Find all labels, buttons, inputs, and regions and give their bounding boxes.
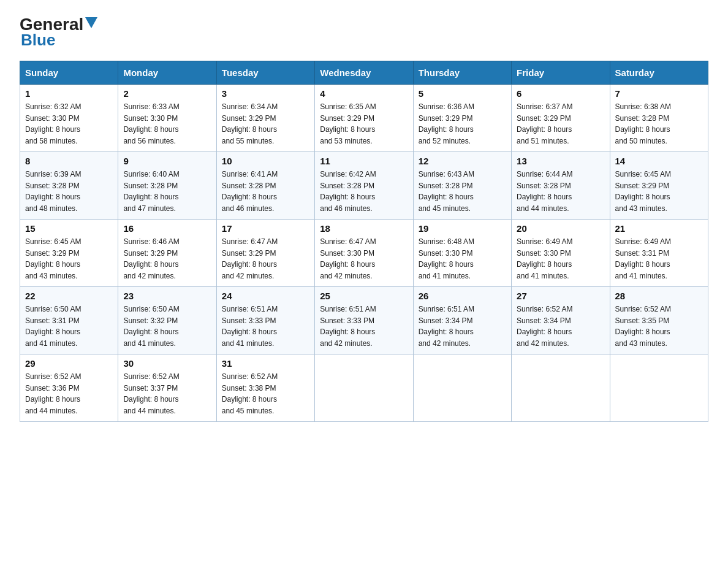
day-info: Sunrise: 6:52 AMSunset: 3:38 PMDaylight:… (222, 371, 309, 416)
calendar-cell: 6Sunrise: 6:37 AMSunset: 3:29 PMDaylight… (512, 85, 610, 152)
calendar-cell: 25Sunrise: 6:51 AMSunset: 3:33 PMDayligh… (315, 287, 413, 354)
day-info: Sunrise: 6:39 AMSunset: 3:28 PMDaylight:… (25, 169, 113, 214)
day-info: Sunrise: 6:52 AMSunset: 3:37 PMDaylight:… (123, 371, 211, 416)
logo: General Blue (20, 15, 97, 50)
calendar-cell: 2Sunrise: 6:33 AMSunset: 3:30 PMDaylight… (118, 85, 216, 152)
calendar-cell: 26Sunrise: 6:51 AMSunset: 3:34 PMDayligh… (413, 287, 511, 354)
calendar-cell: 30Sunrise: 6:52 AMSunset: 3:37 PMDayligh… (118, 354, 216, 422)
calendar-cell: 16Sunrise: 6:46 AMSunset: 3:29 PMDayligh… (118, 220, 216, 287)
day-number: 21 (615, 223, 703, 234)
calendar-cell: 8Sunrise: 6:39 AMSunset: 3:28 PMDaylight… (20, 152, 118, 220)
day-info: Sunrise: 6:49 AMSunset: 3:31 PMDaylight:… (615, 236, 703, 282)
day-info: Sunrise: 6:43 AMSunset: 3:28 PMDaylight:… (419, 169, 506, 214)
calendar-week-row: 15Sunrise: 6:45 AMSunset: 3:29 PMDayligh… (20, 220, 708, 287)
day-number: 20 (517, 223, 604, 234)
day-info: Sunrise: 6:50 AMSunset: 3:32 PMDaylight:… (123, 304, 211, 349)
day-number: 28 (615, 291, 703, 301)
calendar-cell: 1Sunrise: 6:32 AMSunset: 3:30 PMDaylight… (20, 85, 118, 152)
calendar-cell: 23Sunrise: 6:50 AMSunset: 3:32 PMDayligh… (118, 287, 216, 354)
day-number: 11 (320, 156, 408, 166)
day-number: 23 (123, 291, 211, 301)
day-number: 26 (419, 291, 506, 301)
day-number: 3 (222, 88, 309, 99)
day-info: Sunrise: 6:46 AMSunset: 3:29 PMDaylight:… (123, 236, 211, 282)
header-wednesday: Wednesday (315, 61, 413, 85)
day-info: Sunrise: 6:35 AMSunset: 3:29 PMDaylight:… (320, 101, 408, 147)
calendar-cell: 14Sunrise: 6:45 AMSunset: 3:29 PMDayligh… (610, 152, 708, 220)
calendar-cell (315, 354, 413, 422)
calendar-cell: 11Sunrise: 6:42 AMSunset: 3:28 PMDayligh… (315, 152, 413, 220)
calendar-cell: 21Sunrise: 6:49 AMSunset: 3:31 PMDayligh… (610, 220, 708, 287)
day-number: 9 (123, 156, 211, 166)
calendar-cell (413, 354, 511, 422)
calendar-cell: 5Sunrise: 6:36 AMSunset: 3:29 PMDaylight… (413, 85, 511, 152)
day-number: 1 (25, 88, 113, 99)
header-friday: Friday (512, 61, 610, 85)
calendar-cell: 7Sunrise: 6:38 AMSunset: 3:28 PMDaylight… (610, 85, 708, 152)
calendar-cell: 3Sunrise: 6:34 AMSunset: 3:29 PMDaylight… (216, 85, 314, 152)
day-number: 5 (419, 88, 506, 99)
day-info: Sunrise: 6:45 AMSunset: 3:29 PMDaylight:… (615, 169, 703, 214)
calendar-cell (512, 354, 610, 422)
calendar-cell: 12Sunrise: 6:43 AMSunset: 3:28 PMDayligh… (413, 152, 511, 220)
day-info: Sunrise: 6:49 AMSunset: 3:30 PMDaylight:… (517, 236, 604, 282)
day-number: 31 (222, 358, 309, 369)
calendar-cell: 15Sunrise: 6:45 AMSunset: 3:29 PMDayligh… (20, 220, 118, 287)
day-number: 17 (222, 223, 309, 234)
logo-arrow-icon (85, 17, 97, 33)
day-info: Sunrise: 6:47 AMSunset: 3:29 PMDaylight:… (222, 236, 309, 282)
day-number: 25 (320, 291, 408, 301)
day-number: 19 (419, 223, 506, 234)
svg-marker-0 (85, 17, 97, 28)
day-info: Sunrise: 6:51 AMSunset: 3:33 PMDaylight:… (320, 304, 408, 349)
header-saturday: Saturday (610, 61, 708, 85)
day-number: 14 (615, 156, 703, 166)
calendar-cell: 17Sunrise: 6:47 AMSunset: 3:29 PMDayligh… (216, 220, 314, 287)
day-info: Sunrise: 6:52 AMSunset: 3:35 PMDaylight:… (615, 304, 703, 349)
calendar-week-row: 29Sunrise: 6:52 AMSunset: 3:36 PMDayligh… (20, 354, 708, 422)
day-info: Sunrise: 6:37 AMSunset: 3:29 PMDaylight:… (517, 101, 604, 147)
day-number: 15 (25, 223, 113, 234)
day-info: Sunrise: 6:44 AMSunset: 3:28 PMDaylight:… (517, 169, 604, 214)
day-info: Sunrise: 6:42 AMSunset: 3:28 PMDaylight:… (320, 169, 408, 214)
calendar-week-row: 8Sunrise: 6:39 AMSunset: 3:28 PMDaylight… (20, 152, 708, 220)
day-number: 10 (222, 156, 309, 166)
day-info: Sunrise: 6:47 AMSunset: 3:30 PMDaylight:… (320, 236, 408, 282)
day-number: 7 (615, 88, 703, 99)
calendar-cell: 20Sunrise: 6:49 AMSunset: 3:30 PMDayligh… (512, 220, 610, 287)
calendar-week-row: 1Sunrise: 6:32 AMSunset: 3:30 PMDaylight… (20, 85, 708, 152)
calendar-cell: 13Sunrise: 6:44 AMSunset: 3:28 PMDayligh… (512, 152, 610, 220)
calendar-cell: 24Sunrise: 6:51 AMSunset: 3:33 PMDayligh… (216, 287, 314, 354)
calendar-cell: 19Sunrise: 6:48 AMSunset: 3:30 PMDayligh… (413, 220, 511, 287)
header-monday: Monday (118, 61, 216, 85)
day-number: 30 (123, 358, 211, 369)
calendar-table: SundayMondayTuesdayWednesdayThursdayFrid… (20, 61, 708, 422)
day-info: Sunrise: 6:51 AMSunset: 3:34 PMDaylight:… (419, 304, 506, 349)
day-number: 2 (123, 88, 211, 99)
day-info: Sunrise: 6:38 AMSunset: 3:28 PMDaylight:… (615, 101, 703, 147)
day-info: Sunrise: 6:45 AMSunset: 3:29 PMDaylight:… (25, 236, 113, 282)
day-number: 4 (320, 88, 408, 99)
day-info: Sunrise: 6:36 AMSunset: 3:29 PMDaylight:… (419, 101, 506, 147)
day-info: Sunrise: 6:51 AMSunset: 3:33 PMDaylight:… (222, 304, 309, 349)
day-number: 24 (222, 291, 309, 301)
day-number: 12 (419, 156, 506, 166)
day-number: 27 (517, 291, 604, 301)
calendar-cell: 4Sunrise: 6:35 AMSunset: 3:29 PMDaylight… (315, 85, 413, 152)
calendar-header-row: SundayMondayTuesdayWednesdayThursdayFrid… (20, 61, 708, 85)
day-info: Sunrise: 6:33 AMSunset: 3:30 PMDaylight:… (123, 101, 211, 147)
day-info: Sunrise: 6:32 AMSunset: 3:30 PMDaylight:… (25, 101, 113, 147)
day-number: 13 (517, 156, 604, 166)
page-header: General Blue (20, 15, 708, 50)
calendar-cell: 31Sunrise: 6:52 AMSunset: 3:38 PMDayligh… (216, 354, 314, 422)
day-info: Sunrise: 6:41 AMSunset: 3:28 PMDaylight:… (222, 169, 309, 214)
logo-blue-text: Blue (21, 31, 55, 50)
calendar-cell: 29Sunrise: 6:52 AMSunset: 3:36 PMDayligh… (20, 354, 118, 422)
calendar-week-row: 22Sunrise: 6:50 AMSunset: 3:31 PMDayligh… (20, 287, 708, 354)
day-number: 6 (517, 88, 604, 99)
calendar-cell: 27Sunrise: 6:52 AMSunset: 3:34 PMDayligh… (512, 287, 610, 354)
day-number: 18 (320, 223, 408, 234)
header-thursday: Thursday (413, 61, 511, 85)
day-number: 22 (25, 291, 113, 301)
calendar-cell: 10Sunrise: 6:41 AMSunset: 3:28 PMDayligh… (216, 152, 314, 220)
